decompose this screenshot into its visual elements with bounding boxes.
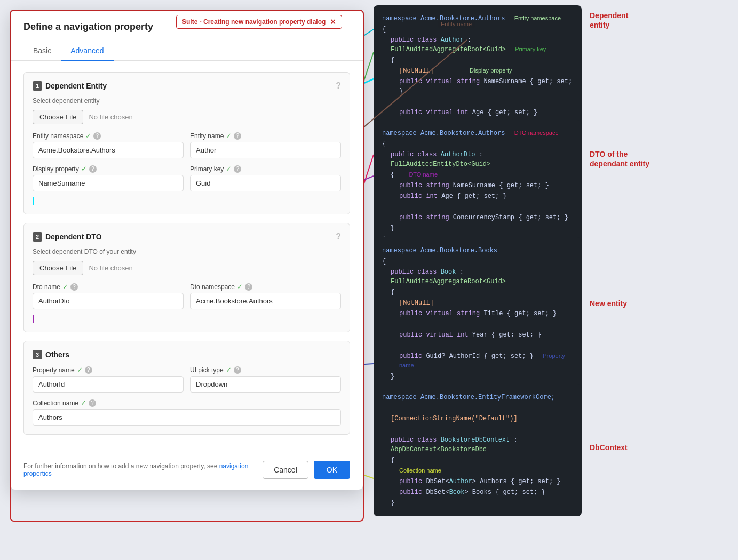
section-3-label: Others	[45, 350, 69, 359]
footer-info: For further information on how to add a …	[23, 462, 263, 477]
section-1-label: Dependent Entity	[45, 82, 107, 90]
suite-close-icon[interactable]: ✕	[330, 18, 336, 26]
dto-name-field: Dto name ✓ ?	[33, 283, 184, 309]
dependent-entity-fields: Entity namespace ✓ ? Entity name ✓ ?	[33, 132, 341, 191]
cancel-button[interactable]: Cancel	[263, 461, 308, 479]
primary-key-input[interactable]	[190, 175, 341, 191]
section-others: 3 Others Property name ✓ ? UI pick type …	[23, 341, 350, 435]
entity-name-label-overlay: Entity name	[438, 20, 475, 28]
entity-namespace-input[interactable]	[33, 142, 184, 158]
dto-namespace-help[interactable]: ?	[245, 283, 252, 291]
dto-name-label: Dto name ✓ ?	[33, 283, 184, 291]
section-2-num: 2	[33, 232, 42, 242]
ui-pick-type-input[interactable]	[190, 376, 341, 393]
annotation-dbcontext: DbContext	[590, 443, 628, 452]
property-name-input[interactable]	[33, 376, 184, 393]
section-1-desc: Select dependent entity	[33, 97, 341, 105]
section-1-title: 1 Dependent Entity ?	[33, 81, 341, 91]
dialog-title: Define a navigation property	[23, 21, 153, 33]
dialog-footer: For further information on how to add a …	[11, 454, 363, 490]
connector-stub-cyan	[33, 197, 341, 205]
ok-button[interactable]: OK	[314, 461, 350, 479]
primary-key-field: Primary key ✓ ?	[190, 165, 341, 191]
ui-pick-type-help[interactable]: ?	[234, 366, 241, 374]
entity-namespace-label: Entity namespace ✓ ?	[33, 132, 184, 140]
footer-buttons: Cancel OK	[263, 461, 350, 479]
entity-namespace-help[interactable]: ?	[93, 132, 101, 140]
entity-name-input[interactable]	[190, 142, 341, 158]
tab-advanced[interactable]: Advanced	[61, 41, 113, 61]
collection-name-help[interactable]: ?	[89, 399, 96, 407]
choose-file-row-2: Choose File No file chosen	[33, 261, 341, 275]
dialog-tabs: Basic Advanced	[11, 41, 363, 61]
dto-namespace-input[interactable]	[190, 293, 341, 309]
annotation-dependent-entity: Dependententity	[590, 11, 628, 30]
entity-ns-line: namespace Acme.Bookstore.Authors Entity …	[382, 14, 573, 23]
no-file-text-2: No file chosen	[89, 264, 132, 272]
property-name-field: Property name ✓ ?	[33, 366, 184, 393]
choose-file-btn-2[interactable]: Choose File	[33, 261, 83, 275]
section-2-label: Dependent DTO	[45, 233, 102, 241]
display-property-input[interactable]	[33, 175, 184, 191]
ui-pick-type-label: UI pick type ✓ ?	[190, 366, 341, 374]
others-fields: Property name ✓ ? UI pick type ✓ ?	[33, 366, 341, 426]
display-property-label: Display property ✓ ?	[33, 165, 184, 173]
tab-basic[interactable]: Basic	[23, 41, 61, 61]
dto-name-help[interactable]: ?	[70, 283, 78, 291]
display-property-help[interactable]: ?	[89, 165, 97, 173]
primary-key-label: Primary key ✓ ?	[190, 165, 341, 173]
choose-file-btn-1[interactable]: Choose File	[33, 110, 83, 124]
section-3-num: 3	[33, 350, 42, 359]
collection-name-field: Collection name ✓ ?	[33, 399, 341, 426]
display-property-field: Display property ✓ ?	[33, 165, 184, 191]
property-name-label: Property name ✓ ?	[33, 366, 184, 374]
property-name-help[interactable]: ?	[85, 366, 92, 374]
section-1-help[interactable]: ?	[336, 81, 341, 91]
code-panel-newentity: namespace Acme.Bookstore.Books { public …	[374, 237, 582, 401]
section-3-title: 3 Others	[33, 350, 341, 359]
dto-namespace-field: Dto namespace ✓ ?	[190, 283, 341, 309]
section-dependent-entity: 1 Dependent Entity ? Select dependent en…	[23, 72, 350, 214]
code-panel-dbcontext: namespace Acme.Bookstore.EntityFramework…	[374, 384, 582, 516]
entity-name-label: Entity name ✓ ?	[190, 132, 341, 140]
entity-name-help[interactable]: ?	[234, 132, 241, 140]
dialog-body: 1 Dependent Entity ? Select dependent en…	[11, 61, 363, 454]
dto-name-input[interactable]	[33, 293, 184, 309]
collection-name-input[interactable]	[33, 409, 341, 426]
collection-name-label: Collection name ✓ ?	[33, 399, 341, 407]
connector-stub-purple	[33, 315, 341, 323]
suite-label: Suite - Creating new navigation property…	[176, 15, 342, 29]
section-2-title: 2 Dependent DTO ?	[33, 232, 341, 242]
annotation-dto-dependant: DTO of thedependant entity	[590, 149, 649, 169]
section-2-help[interactable]: ?	[336, 232, 341, 242]
no-file-text-1: No file chosen	[89, 113, 132, 121]
ui-pick-type-field: UI pick type ✓ ?	[190, 366, 341, 393]
section-2-desc: Select dependent DTO of your entity	[33, 248, 341, 255]
code-panel-dto: namespace Acme.Bookstore.Authors DTO nam…	[374, 120, 582, 252]
navigation-property-dialog: Define a navigation property Basic Advan…	[11, 11, 363, 490]
choose-file-row-1: Choose File No file chosen	[33, 110, 341, 124]
section-1-num: 1	[33, 81, 42, 91]
section-dependent-dto: 2 Dependent DTO ? Select dependent DTO o…	[23, 223, 350, 332]
dto-namespace-label: Dto namespace ✓ ?	[190, 283, 341, 291]
dto-fields: Dto name ✓ ? Dto namespace ✓ ?	[33, 283, 341, 309]
annotation-new-entity: New entity	[590, 299, 627, 308]
primary-key-help[interactable]: ?	[234, 165, 241, 173]
entity-name-field: Entity name ✓ ?	[190, 132, 341, 158]
entity-namespace-field: Entity namespace ✓ ?	[33, 132, 184, 158]
